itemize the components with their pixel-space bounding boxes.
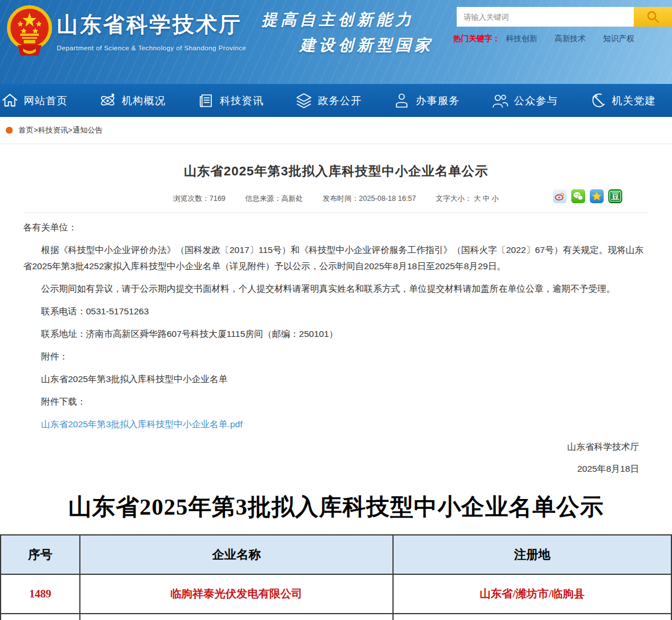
fontsize-meta: 文字大小：大中小 <box>436 194 499 204</box>
publish-time-label: 发布时间： <box>323 195 359 203</box>
home-icon <box>1 92 19 109</box>
site-title: 山东省科学技术厅 <box>57 10 246 39</box>
nav-item-party-building[interactable]: 机关党建 <box>589 92 656 109</box>
attachment-name: 山东省2025年第3批拟入库科技型中小企业名单 <box>23 371 649 387</box>
nav-item-label: 办事服务 <box>416 94 460 108</box>
hot-keywords-row: 热门关键字： 科技创新 高新技术 知识产权 <box>453 34 669 44</box>
paragraph-objection: 公示期间如有异议，请于公示期内提交书面材料，个人提交材料请署明真实姓名和联系方式… <box>23 281 649 297</box>
hot-keyword-link-2[interactable]: 高新技术 <box>555 34 586 44</box>
site-subtitle: Department of Science & Technology of Sh… <box>57 45 246 52</box>
nav-item-label: 网站首页 <box>24 94 68 108</box>
nav-item-label: 科技资讯 <box>220 94 264 108</box>
main-nav: 网站首页 机构概况 科技资讯 政务公开 <box>0 84 672 117</box>
site-title-block[interactable]: 山东省科学技术厅 Department of Science & Technol… <box>57 10 246 52</box>
hot-keyword-link-3[interactable]: 知识产权 <box>603 34 634 44</box>
paragraph-basis: 根据《科技型中小企业评价办法》（国科发政〔2017〕115号）和《科技型中小企业… <box>23 242 649 274</box>
table-row-partial <box>1 614 671 620</box>
nav-item-news[interactable]: 科技资讯 <box>197 92 264 109</box>
views-meta: 浏览次数：7169 <box>173 194 225 204</box>
cell-company: 临朐祥泰光伏发电有限公司 <box>80 574 393 614</box>
meta-divider <box>23 212 649 213</box>
publish-time-meta: 发布时间：2025-08-18 16:57 <box>323 194 416 204</box>
breadcrumb[interactable]: 首页>科技资讯>通知公告 <box>19 125 102 135</box>
article: 山东省2025年第3批拟入库科技型中小企业名单公示 浏览次数：7169 信息来源… <box>0 144 672 477</box>
layers-icon <box>295 92 313 109</box>
nav-item-home[interactable]: 网站首页 <box>1 92 68 109</box>
people-icon <box>491 92 509 109</box>
fontsize-small-button[interactable]: 小 <box>491 195 499 203</box>
share-icons: 豆 <box>553 189 622 203</box>
header-cell-location: 注册地 <box>393 535 671 574</box>
douban-icon[interactable]: 豆 <box>608 189 622 203</box>
service-person-icon <box>393 92 410 109</box>
cell-location <box>393 614 671 620</box>
header-cell-seq: 序号 <box>1 535 80 574</box>
hot-keywords-label: 热门关键字： <box>453 34 500 44</box>
salutation: 各有关单位： <box>23 219 649 236</box>
nav-item-label: 机构概况 <box>122 94 166 108</box>
breadcrumb-bar: 首页>科技资讯>通知公告 <box>0 117 672 144</box>
search-bar <box>457 7 672 27</box>
signature-date: 2025年8月18日 <box>0 461 639 477</box>
signature-block: 山东省科学技术厅 2025年8月18日 <box>0 439 639 477</box>
slogan-line1: 提高自主创新能力 <box>262 9 434 30</box>
hammer-sickle-icon <box>589 92 607 109</box>
site-header: 山东省科学技术厅 Department of Science & Technol… <box>0 0 672 84</box>
hot-keyword-link-1[interactable]: 科技创新 <box>506 34 537 44</box>
table-header-row: 序号 企业名称 注册地 <box>1 535 671 574</box>
weibo-icon[interactable] <box>553 189 567 203</box>
nav-item-gov-affairs[interactable]: 政务公开 <box>295 92 362 109</box>
nav-item-services[interactable]: 办事服务 <box>393 92 460 109</box>
qzone-icon[interactable] <box>590 189 604 203</box>
company-list-table: 序号 企业名称 注册地 1489 临朐祥泰光伏发电有限公司 山东省/潍坊市/临朐… <box>0 534 672 620</box>
article-title: 山东省2025年第3批拟入库科技型中小企业名单公示 <box>0 163 672 180</box>
source-meta: 信息来源：高新处 <box>245 194 303 204</box>
article-meta-row: 浏览次数：7169 信息来源：高新处 发布时间：2025-08-18 16:57… <box>0 190 672 207</box>
slogan-line2: 建设创新型国家 <box>300 35 434 56</box>
attachment-download-label: 附件下载： <box>23 394 649 410</box>
views-value: 7169 <box>210 195 226 203</box>
nav-item-public-participation[interactable]: 公众参与 <box>491 92 558 109</box>
attachment-pdf-link[interactable]: 山东省2025年第3批拟入库科技型中小企业名单.pdf <box>41 419 243 429</box>
fontsize-medium-button[interactable]: 中 <box>483 195 490 203</box>
attachment-label: 附件： <box>23 348 649 365</box>
fontsize-label: 文字大小： <box>436 195 472 203</box>
nav-item-label: 公众参与 <box>514 94 558 108</box>
nav-item-label: 政务公开 <box>318 94 362 108</box>
search-button[interactable] <box>634 7 672 27</box>
atom-icon <box>99 92 116 109</box>
news-icon <box>197 92 215 109</box>
list-section-title: 山东省2025年第3批拟入库科技型中小企业名单公示 <box>0 491 672 523</box>
search-icon <box>646 10 660 24</box>
table-row: 1489 临朐祥泰光伏发电有限公司 山东省/潍坊市/临朐县 <box>1 574 671 614</box>
site-slogan: 提高自主创新能力 建设创新型国家 <box>262 9 434 56</box>
views-label: 浏览次数： <box>173 195 210 203</box>
header-cell-company: 企业名称 <box>80 535 393 574</box>
fontsize-large-button[interactable]: 大 <box>473 195 481 203</box>
national-emblem-logo <box>6 3 53 59</box>
search-input[interactable] <box>457 7 634 27</box>
cell-seq <box>1 614 80 620</box>
contact-phone: 联系电话：0531-51751263 <box>23 303 649 320</box>
contact-address: 联系地址：济南市高新区舜华路607号科技大厦1115房间（邮编：250101） <box>23 326 649 342</box>
wechat-icon[interactable] <box>571 189 585 203</box>
cell-location: 山东省/潍坊市/临朐县 <box>393 574 671 614</box>
cell-seq: 1489 <box>1 574 80 614</box>
publish-time-value: 2025-08-18 16:57 <box>359 195 416 203</box>
douban-glyph: 豆 <box>609 191 621 201</box>
source-value: 高新处 <box>281 195 303 203</box>
nav-item-label: 机关党建 <box>612 94 656 108</box>
article-body: 各有关单位： 根据《科技型中小企业评价办法》（国科发政〔2017〕115号）和《… <box>23 219 649 432</box>
nav-item-org[interactable]: 机构概况 <box>99 92 166 109</box>
signature-org: 山东省科学技术厅 <box>0 439 639 455</box>
cell-company <box>80 614 393 620</box>
source-label: 信息来源： <box>245 195 282 203</box>
breadcrumb-dot-icon <box>6 127 13 134</box>
